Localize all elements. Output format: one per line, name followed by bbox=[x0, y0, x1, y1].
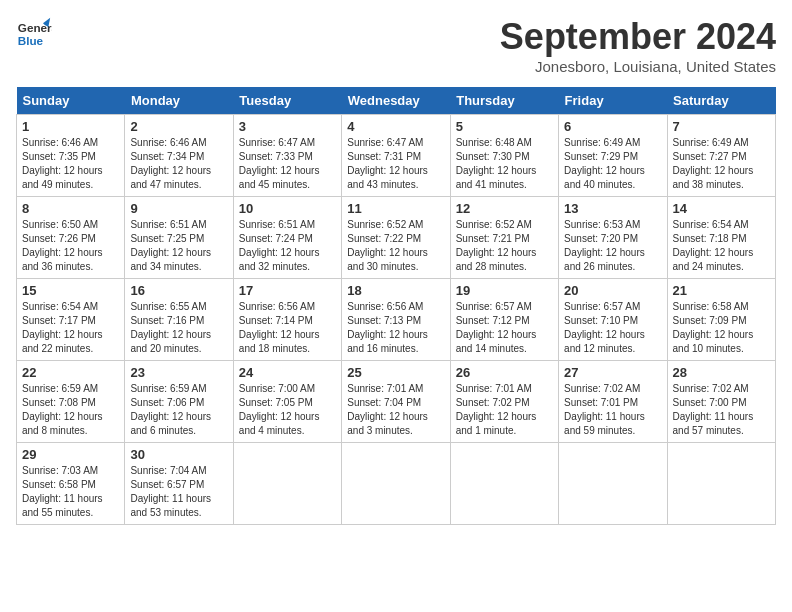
calendar-day-cell bbox=[342, 443, 450, 525]
column-header-thursday: Thursday bbox=[450, 87, 558, 115]
day-info: Sunrise: 7:01 AM Sunset: 7:02 PM Dayligh… bbox=[456, 382, 553, 438]
day-number: 11 bbox=[347, 201, 444, 216]
logo-icon: General Blue bbox=[16, 16, 52, 52]
day-info: Sunrise: 6:51 AM Sunset: 7:24 PM Dayligh… bbox=[239, 218, 336, 274]
day-number: 13 bbox=[564, 201, 661, 216]
day-info: Sunrise: 7:00 AM Sunset: 7:05 PM Dayligh… bbox=[239, 382, 336, 438]
day-info: Sunrise: 6:54 AM Sunset: 7:18 PM Dayligh… bbox=[673, 218, 770, 274]
day-number: 22 bbox=[22, 365, 119, 380]
day-number: 19 bbox=[456, 283, 553, 298]
calendar-day-cell: 19 Sunrise: 6:57 AM Sunset: 7:12 PM Dayl… bbox=[450, 279, 558, 361]
day-number: 4 bbox=[347, 119, 444, 134]
calendar-day-cell: 17 Sunrise: 6:56 AM Sunset: 7:14 PM Dayl… bbox=[233, 279, 341, 361]
month-title: September 2024 bbox=[500, 16, 776, 58]
day-number: 28 bbox=[673, 365, 770, 380]
calendar-day-cell: 28 Sunrise: 7:02 AM Sunset: 7:00 PM Dayl… bbox=[667, 361, 775, 443]
calendar-day-cell: 21 Sunrise: 6:58 AM Sunset: 7:09 PM Dayl… bbox=[667, 279, 775, 361]
day-info: Sunrise: 6:50 AM Sunset: 7:26 PM Dayligh… bbox=[22, 218, 119, 274]
day-number: 1 bbox=[22, 119, 119, 134]
calendar-day-cell: 11 Sunrise: 6:52 AM Sunset: 7:22 PM Dayl… bbox=[342, 197, 450, 279]
day-number: 3 bbox=[239, 119, 336, 134]
day-info: Sunrise: 6:47 AM Sunset: 7:31 PM Dayligh… bbox=[347, 136, 444, 192]
calendar-day-cell bbox=[233, 443, 341, 525]
title-section: September 2024 Jonesboro, Louisiana, Uni… bbox=[500, 16, 776, 75]
day-number: 29 bbox=[22, 447, 119, 462]
day-number: 16 bbox=[130, 283, 227, 298]
day-number: 20 bbox=[564, 283, 661, 298]
calendar-day-cell bbox=[559, 443, 667, 525]
calendar-day-cell: 23 Sunrise: 6:59 AM Sunset: 7:06 PM Dayl… bbox=[125, 361, 233, 443]
day-number: 24 bbox=[239, 365, 336, 380]
day-number: 15 bbox=[22, 283, 119, 298]
day-number: 30 bbox=[130, 447, 227, 462]
day-number: 14 bbox=[673, 201, 770, 216]
day-info: Sunrise: 6:56 AM Sunset: 7:14 PM Dayligh… bbox=[239, 300, 336, 356]
calendar-header-row: SundayMondayTuesdayWednesdayThursdayFrid… bbox=[17, 87, 776, 115]
day-number: 26 bbox=[456, 365, 553, 380]
calendar-day-cell: 8 Sunrise: 6:50 AM Sunset: 7:26 PM Dayli… bbox=[17, 197, 125, 279]
column-header-saturday: Saturday bbox=[667, 87, 775, 115]
day-info: Sunrise: 6:52 AM Sunset: 7:22 PM Dayligh… bbox=[347, 218, 444, 274]
calendar-day-cell: 20 Sunrise: 6:57 AM Sunset: 7:10 PM Dayl… bbox=[559, 279, 667, 361]
calendar-week-row: 1 Sunrise: 6:46 AM Sunset: 7:35 PM Dayli… bbox=[17, 115, 776, 197]
day-number: 9 bbox=[130, 201, 227, 216]
calendar-day-cell: 7 Sunrise: 6:49 AM Sunset: 7:27 PM Dayli… bbox=[667, 115, 775, 197]
day-info: Sunrise: 7:01 AM Sunset: 7:04 PM Dayligh… bbox=[347, 382, 444, 438]
day-info: Sunrise: 6:53 AM Sunset: 7:20 PM Dayligh… bbox=[564, 218, 661, 274]
day-number: 21 bbox=[673, 283, 770, 298]
day-number: 6 bbox=[564, 119, 661, 134]
day-info: Sunrise: 7:02 AM Sunset: 7:00 PM Dayligh… bbox=[673, 382, 770, 438]
calendar-day-cell bbox=[450, 443, 558, 525]
day-number: 2 bbox=[130, 119, 227, 134]
day-number: 12 bbox=[456, 201, 553, 216]
calendar-day-cell: 30 Sunrise: 7:04 AM Sunset: 6:57 PM Dayl… bbox=[125, 443, 233, 525]
column-header-wednesday: Wednesday bbox=[342, 87, 450, 115]
calendar-day-cell: 4 Sunrise: 6:47 AM Sunset: 7:31 PM Dayli… bbox=[342, 115, 450, 197]
calendar-day-cell bbox=[667, 443, 775, 525]
calendar-day-cell: 27 Sunrise: 7:02 AM Sunset: 7:01 PM Dayl… bbox=[559, 361, 667, 443]
calendar-day-cell: 9 Sunrise: 6:51 AM Sunset: 7:25 PM Dayli… bbox=[125, 197, 233, 279]
day-info: Sunrise: 6:47 AM Sunset: 7:33 PM Dayligh… bbox=[239, 136, 336, 192]
calendar-day-cell: 18 Sunrise: 6:56 AM Sunset: 7:13 PM Dayl… bbox=[342, 279, 450, 361]
calendar-day-cell: 29 Sunrise: 7:03 AM Sunset: 6:58 PM Dayl… bbox=[17, 443, 125, 525]
day-info: Sunrise: 7:04 AM Sunset: 6:57 PM Dayligh… bbox=[130, 464, 227, 520]
day-number: 23 bbox=[130, 365, 227, 380]
day-info: Sunrise: 6:57 AM Sunset: 7:10 PM Dayligh… bbox=[564, 300, 661, 356]
svg-text:Blue: Blue bbox=[18, 34, 44, 47]
calendar-day-cell: 5 Sunrise: 6:48 AM Sunset: 7:30 PM Dayli… bbox=[450, 115, 558, 197]
calendar-day-cell: 1 Sunrise: 6:46 AM Sunset: 7:35 PM Dayli… bbox=[17, 115, 125, 197]
calendar-week-row: 22 Sunrise: 6:59 AM Sunset: 7:08 PM Dayl… bbox=[17, 361, 776, 443]
day-info: Sunrise: 6:54 AM Sunset: 7:17 PM Dayligh… bbox=[22, 300, 119, 356]
calendar-day-cell: 13 Sunrise: 6:53 AM Sunset: 7:20 PM Dayl… bbox=[559, 197, 667, 279]
day-number: 25 bbox=[347, 365, 444, 380]
calendar-table: SundayMondayTuesdayWednesdayThursdayFrid… bbox=[16, 87, 776, 525]
day-info: Sunrise: 7:03 AM Sunset: 6:58 PM Dayligh… bbox=[22, 464, 119, 520]
day-info: Sunrise: 7:02 AM Sunset: 7:01 PM Dayligh… bbox=[564, 382, 661, 438]
logo: General Blue bbox=[16, 16, 52, 52]
column-header-monday: Monday bbox=[125, 87, 233, 115]
location-title: Jonesboro, Louisiana, United States bbox=[500, 58, 776, 75]
day-info: Sunrise: 6:48 AM Sunset: 7:30 PM Dayligh… bbox=[456, 136, 553, 192]
calendar-week-row: 8 Sunrise: 6:50 AM Sunset: 7:26 PM Dayli… bbox=[17, 197, 776, 279]
day-info: Sunrise: 6:49 AM Sunset: 7:29 PM Dayligh… bbox=[564, 136, 661, 192]
calendar-day-cell: 3 Sunrise: 6:47 AM Sunset: 7:33 PM Dayli… bbox=[233, 115, 341, 197]
calendar-day-cell: 6 Sunrise: 6:49 AM Sunset: 7:29 PM Dayli… bbox=[559, 115, 667, 197]
day-info: Sunrise: 6:56 AM Sunset: 7:13 PM Dayligh… bbox=[347, 300, 444, 356]
day-number: 27 bbox=[564, 365, 661, 380]
day-number: 10 bbox=[239, 201, 336, 216]
day-number: 18 bbox=[347, 283, 444, 298]
day-info: Sunrise: 6:49 AM Sunset: 7:27 PM Dayligh… bbox=[673, 136, 770, 192]
day-info: Sunrise: 6:59 AM Sunset: 7:08 PM Dayligh… bbox=[22, 382, 119, 438]
page-header: General Blue September 2024 Jonesboro, L… bbox=[16, 16, 776, 75]
column-header-friday: Friday bbox=[559, 87, 667, 115]
calendar-week-row: 15 Sunrise: 6:54 AM Sunset: 7:17 PM Dayl… bbox=[17, 279, 776, 361]
day-number: 7 bbox=[673, 119, 770, 134]
calendar-day-cell: 12 Sunrise: 6:52 AM Sunset: 7:21 PM Dayl… bbox=[450, 197, 558, 279]
calendar-day-cell: 16 Sunrise: 6:55 AM Sunset: 7:16 PM Dayl… bbox=[125, 279, 233, 361]
calendar-day-cell: 14 Sunrise: 6:54 AM Sunset: 7:18 PM Dayl… bbox=[667, 197, 775, 279]
day-number: 8 bbox=[22, 201, 119, 216]
calendar-day-cell: 24 Sunrise: 7:00 AM Sunset: 7:05 PM Dayl… bbox=[233, 361, 341, 443]
calendar-day-cell: 25 Sunrise: 7:01 AM Sunset: 7:04 PM Dayl… bbox=[342, 361, 450, 443]
calendar-day-cell: 2 Sunrise: 6:46 AM Sunset: 7:34 PM Dayli… bbox=[125, 115, 233, 197]
day-info: Sunrise: 6:51 AM Sunset: 7:25 PM Dayligh… bbox=[130, 218, 227, 274]
